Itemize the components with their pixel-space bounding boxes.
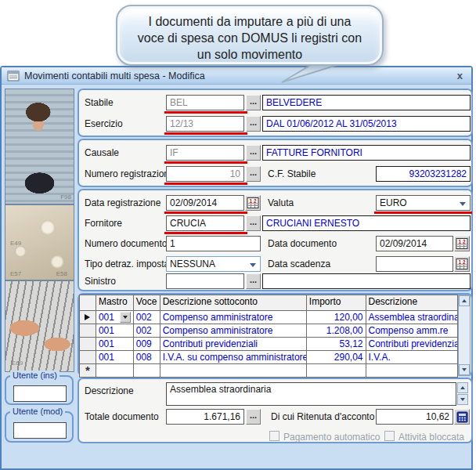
cell-voce[interactable]: 009 [133,338,160,350]
totale-lookup-button[interactable]: ... [246,409,261,425]
stabile-required-underline [164,111,247,114]
header-descrizione[interactable]: Descrizione [366,295,458,310]
photo-woman-phone: F98 [5,89,74,204]
fornitore-required-underline [164,232,247,234]
header-voce[interactable]: Voce [133,295,160,310]
cell-importo[interactable]: 120,00 [306,311,366,324]
svg-text:1 2: 1 2 [249,198,256,204]
causale-lookup-button[interactable]: ... [246,145,261,161]
utente-ins-label: Utente (ins) [10,371,60,380]
sinistro-code-field[interactable] [166,273,244,289]
table-row[interactable]: 001 008 I.V.A. su compenso amministrator… [80,350,457,363]
utente-ins-field[interactable] [13,385,67,402]
cell-voce[interactable] [133,364,160,377]
calculator-button[interactable] [454,409,470,425]
row-selector[interactable] [80,351,96,363]
causale-code-field[interactable]: IF [166,145,244,161]
cell-descrizione[interactable] [366,364,458,377]
numreg-lookup-button[interactable]: ... [246,166,261,182]
row-selector[interactable] [80,338,96,350]
chevron-down-icon[interactable] [460,202,466,206]
cell-mastro-value: 001 [99,312,114,323]
fornitore-lookup-button[interactable]: ... [246,215,261,231]
header-mastro[interactable]: Mastro [96,295,133,310]
scroll-up-button[interactable] [459,295,470,306]
valuta-combo[interactable]: EURO [376,195,471,211]
causale-desc-field: FATTURE FORNITORI [262,145,471,161]
photo-watermark: E69 [12,360,23,367]
table-scrollbar[interactable] [458,295,471,376]
esercizio-lookup-button[interactable]: ... [246,116,261,132]
scroll-down-button[interactable] [459,364,470,375]
chevron-down-icon[interactable] [250,263,256,267]
cell-importo[interactable] [306,364,366,377]
numero-documento-field[interactable]: 1 [166,236,261,251]
ritenuta-label: Di cui Ritenuta d'acconto [271,411,374,422]
tipo-detrazione-combo[interactable]: NESSUNA [166,256,261,272]
descrizione-label: Descrizione [85,385,134,396]
utente-mod-field[interactable] [13,422,67,439]
stabile-lookup-button[interactable]: ... [246,95,261,110]
numreg-required-underline [164,183,247,185]
window-title: Movimenti contabili multi spesa - Modifi… [24,70,205,81]
table-new-row[interactable]: * [80,363,457,377]
title-bar[interactable]: Movimenti contabili multi spesa - Modifi… [2,67,471,85]
cell-mastro[interactable]: 001 [96,324,133,337]
cell-importo[interactable]: 290,04 [306,351,366,363]
data-scadenza-field[interactable] [376,256,453,272]
header-descrizione-sottoconto[interactable]: Descrizione sottoconto [160,295,306,310]
cell-voce[interactable]: 002 [133,324,160,337]
numero-documento-label: Numero documento [85,238,167,249]
cell-voce[interactable]: 008 [133,351,160,363]
cell-descrizione[interactable]: Assemblea straordinari [366,311,458,324]
esercizio-code-field[interactable]: 12/13 [166,116,244,132]
data-scadenza-calendar-button[interactable]: 1 2 [454,256,470,272]
table-row[interactable]: 001 002 Compenso amministratore 120,00 A… [80,310,457,324]
descrizione-scroll-up[interactable] [457,382,468,393]
descrizione-textarea[interactable]: Assemblea straordinaria [166,382,456,406]
header-importo[interactable]: Importo [306,295,366,310]
calendar-icon: 1 2 [456,258,468,270]
group-anagrafica: Stabile BEL ... BELVEDERE Esercizio 12/1… [78,89,473,137]
stabile-label: Stabile [85,97,114,108]
cell-mastro[interactable]: 001 [96,351,133,363]
cell-descrizione[interactable]: Compenso amm.re [366,324,458,337]
ritenuta-field[interactable]: 10,62 [376,409,453,425]
header-selector [80,295,96,310]
cell-mastro[interactable]: 001 [96,311,133,324]
current-row-indicator [80,311,96,324]
table-row[interactable]: 001 002 Compenso amministratore 1.208,00… [80,324,457,337]
row-selector[interactable] [80,324,96,337]
table-row[interactable]: 001 009 Contributi previdenziali 53,12 C… [80,337,457,350]
data-documento-field[interactable]: 02/09/2014 [376,236,453,251]
data-registrazione-field[interactable]: 02/09/2014 [166,195,244,211]
cell-sottoconto[interactable]: Contributi previdenziali [160,338,306,350]
cell-sottoconto[interactable]: Compenso amministratore [160,324,306,337]
app-window: Movimenti contabili multi spesa - Modifi… [0,66,473,470]
photo-keyboard-hands: E69 [5,280,74,372]
cell-importo[interactable]: 53,12 [306,338,366,350]
sinistro-desc-field [262,273,471,289]
sinistro-lookup-button[interactable]: ... [246,273,261,289]
cell-mastro[interactable] [96,364,133,377]
mastro-dropdown-button[interactable] [120,312,131,323]
cell-descrizione[interactable]: I.V.A. [366,351,458,363]
data-documento-calendar-button[interactable]: 1 2 [454,236,470,251]
cell-voce[interactable]: 002 [133,311,160,324]
close-button[interactable]: x [454,70,466,81]
totale-documento-field[interactable]: 1.671,16 [166,409,244,425]
fornitore-code-field[interactable]: CRUCIA [166,215,244,231]
cell-sottoconto[interactable]: Compenso amministratore [160,311,306,324]
pagamento-automatico-checkbox[interactable] [269,431,279,441]
cell-sottoconto[interactable] [160,364,306,377]
attivita-bloccata-checkbox[interactable] [384,431,395,441]
numero-registrazione-field[interactable]: 10 [166,166,244,182]
cell-sottoconto[interactable]: I.V.A. su compenso amministratore [160,351,306,363]
stabile-code-field[interactable]: BEL [166,95,244,110]
data-registrazione-calendar-button[interactable]: 1 2 [245,195,261,211]
fornitore-name-field: CRUCIANI ERNESTO [262,215,471,231]
cell-importo[interactable]: 1.208,00 [306,324,366,337]
cell-descrizione[interactable]: Contributi previdenziali [366,338,458,350]
cell-mastro[interactable]: 001 [96,338,133,350]
descrizione-scroll-down[interactable] [457,394,468,405]
